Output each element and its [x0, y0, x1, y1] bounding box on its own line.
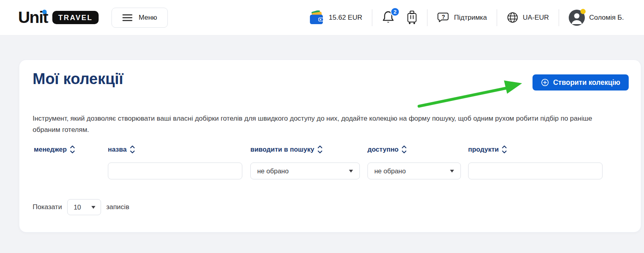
sort-icon [502, 145, 507, 154]
show-in-search-select[interactable]: не обрано [250, 162, 360, 179]
sort-icon [70, 145, 75, 154]
luggage-icon [407, 10, 417, 25]
globe-icon [507, 12, 518, 23]
hamburger-icon [122, 14, 132, 21]
filter-column-name: назва [108, 145, 242, 179]
sort-header-available[interactable]: доступно [367, 145, 461, 154]
header-right-cluster: 15.62 EUR 2 ? Підтрим [309, 9, 624, 26]
column-label: продукти [468, 146, 499, 153]
locale-label: UA-EUR [523, 14, 549, 22]
annotation-arrow [412, 78, 533, 112]
column-label: менеджер [34, 146, 67, 153]
trips-button[interactable] [407, 10, 417, 25]
support-button[interactable]: ? Підтримка [437, 12, 487, 24]
page-size-value: 10 [74, 204, 81, 211]
locale-currency-selector[interactable]: UA-EUR [507, 12, 549, 23]
wallet-balance[interactable]: 15.62 EUR [309, 10, 362, 25]
user-name: Соломія Б. [589, 14, 624, 22]
notifications-count-badge: 2 [390, 7, 400, 16]
sort-header-manager[interactable]: менеджер [34, 145, 75, 154]
logo-travel-badge: TRAVEL [52, 11, 99, 24]
wallet-balance-text: 15.62 EUR [329, 14, 362, 22]
sort-icon [317, 145, 323, 154]
svg-text:?: ? [442, 13, 445, 20]
name-filter-input[interactable] [108, 162, 242, 179]
avatar-status-dot [580, 9, 586, 14]
logo-brand-text: Unit [18, 9, 48, 26]
page-description: Інструмент, який дозволяє створювати ваш… [33, 113, 620, 136]
support-label: Підтримка [454, 14, 487, 22]
dropdown-caret-icon [91, 206, 95, 209]
filter-column-show-in-search: виводити в пошуку не обрано [250, 145, 360, 179]
select-value: не обрано [257, 167, 289, 175]
logo[interactable]: Unit TRAVEL [18, 9, 99, 26]
available-select[interactable]: не обрано [367, 162, 461, 179]
column-label: назва [108, 146, 127, 153]
menu-label: Меню [138, 14, 157, 22]
wallet-icon [309, 10, 324, 25]
header-divider [559, 9, 559, 26]
user-account-button[interactable]: Соломія Б. [569, 10, 624, 26]
sort-header-name[interactable]: назва [108, 145, 242, 154]
sort-header-products[interactable]: продукти [468, 145, 603, 154]
help-chat-icon: ? [437, 12, 450, 24]
select-value: не обрано [374, 167, 406, 175]
sort-icon [401, 145, 407, 154]
page-size-row: Показати 10 записів [33, 199, 129, 215]
records-label: записів [106, 203, 129, 211]
menu-button[interactable]: Меню [111, 8, 168, 28]
header-divider [497, 9, 497, 26]
create-collection-label: Створити колекцію [553, 78, 620, 87]
dropdown-caret-icon [450, 170, 454, 173]
column-label: доступно [367, 146, 398, 153]
show-label: Показати [33, 203, 62, 211]
products-filter-input[interactable] [468, 162, 603, 179]
avatar [569, 10, 585, 26]
page-title: Мої колекції [33, 70, 123, 88]
create-collection-button[interactable]: Створити колекцію [533, 74, 629, 91]
filter-column-products: продукти [468, 145, 603, 179]
plus-circle-icon [541, 78, 549, 86]
header-divider [427, 9, 427, 26]
notifications-button[interactable]: 2 [382, 10, 394, 25]
filter-column-available: доступно не обрано [367, 145, 461, 179]
sort-icon [130, 145, 135, 154]
sort-header-show-in-search[interactable]: виводити в пошуку [250, 145, 360, 154]
header-divider [372, 9, 372, 26]
collections-card: Мої колекції Створити колекцію Інструмен… [19, 60, 641, 232]
logo-blue-dot [42, 10, 47, 14]
filter-column-manager: менеджер [34, 145, 75, 154]
dropdown-caret-icon [349, 170, 353, 173]
column-label: виводити в пошуку [250, 146, 314, 153]
page-size-select[interactable]: 10 [67, 199, 101, 215]
top-navigation-bar: Unit TRAVEL Меню 15.62 EUR [0, 0, 644, 35]
